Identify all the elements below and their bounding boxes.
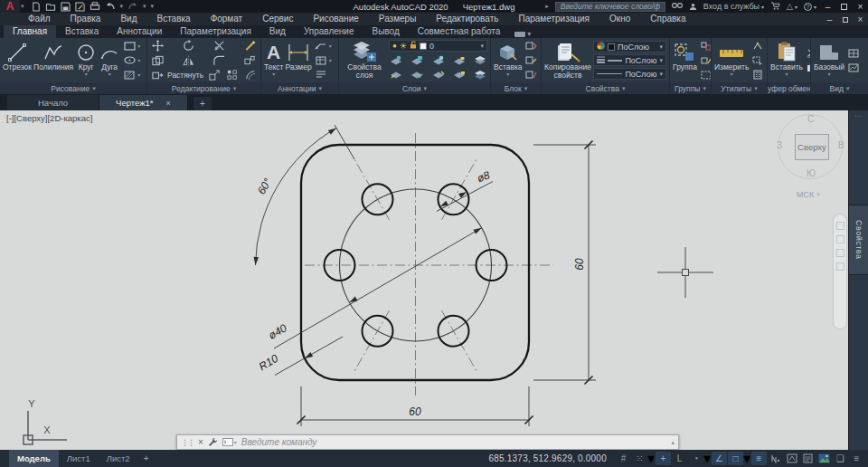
lineweight-toggle-icon[interactable]: ≡ [751,452,767,465]
polyline-button[interactable]: Полилиния [33,39,73,81]
quick-select-icon[interactable] [750,54,765,67]
viewcube-south[interactable]: Ю [807,168,816,178]
multiline-text-icon[interactable] [314,69,328,81]
named-views-icon[interactable] [846,62,861,74]
layout1-tab[interactable]: Лист1 [59,450,99,467]
osnap-tracking-toggle-icon[interactable]: ∠ [712,452,727,465]
ribbon-tab-manage[interactable]: Управление [295,25,363,38]
logo-caret-icon[interactable]: ▾ [21,3,24,10]
object-color-dropdown[interactable]: ПоСлою ▾ [593,41,666,52]
layer-select-dropdown[interactable]: ● ☀ 0 ▾ [389,40,487,52]
base-view-button[interactable]: Базовый ▾ [814,39,844,81]
layer-make-current-icon[interactable] [389,68,403,81]
group-selection-icon[interactable] [699,69,711,81]
tab-close-icon[interactable]: × [166,99,171,108]
table-icon[interactable] [314,54,328,67]
recent-commands-icon[interactable]: ▾ [222,438,237,446]
measure-button[interactable]: Измерить ▾ [714,39,749,81]
edit-block-icon[interactable] [524,54,539,67]
search-expand-icon[interactable]: ▸ [545,3,549,10]
panel-label-draw[interactable]: Рисование▾ [0,82,146,94]
customize-status-icon[interactable]: ≡ [849,452,864,465]
stretch-button[interactable]: Растянуть [150,69,203,81]
redo-icon[interactable] [127,2,138,11]
restore-button[interactable] [839,2,849,12]
group-edit-icon[interactable] [699,54,711,67]
trim-icon[interactable] [212,40,227,52]
create-block-icon[interactable] [524,40,539,52]
explode-icon[interactable] [243,54,258,67]
polar-caret-icon[interactable]: ▾ [703,450,711,467]
app-store-cart-icon[interactable] [770,2,780,12]
viewport-controls-label[interactable]: [-][Сверху][2D-каркас] [6,113,92,123]
orbit-icon[interactable] [836,249,844,257]
ribbon-display-options-icon[interactable]: ▾ [514,30,531,38]
layer-unlock-all-icon[interactable] [452,68,467,81]
ribbon-tab-annotate[interactable]: Аннотации [108,25,171,38]
command-bar-close-icon[interactable]: × [198,437,203,447]
array-icon[interactable] [225,69,240,81]
annotation-visibility-icon[interactable] [784,452,799,465]
signin-user-icon[interactable] [689,3,697,11]
line-button[interactable]: Отрезок [3,39,32,81]
model-tab[interactable]: Модель [9,450,59,467]
graphics-performance-icon[interactable] [816,452,832,465]
ribbon-tab-collaborate[interactable]: Совместная работа [409,25,510,38]
qat-menu-caret-icon[interactable]: ▾ [151,3,155,10]
dock-grip-icon[interactable]: ⋯ [849,112,868,120]
panel-label-block[interactable]: Блок▾ [491,82,541,94]
circle-button[interactable]: Круг ▾ [75,39,97,81]
clean-screen-icon[interactable]: ❑ [833,452,848,465]
close-button[interactable]: × [855,2,865,12]
menu-modify[interactable]: Редактировать [426,13,508,25]
panel-label-groups[interactable]: Группы▾ [670,82,711,94]
rotate-icon[interactable] [181,40,195,52]
wcs-dropdown[interactable]: МСК▾ [797,190,820,199]
new-drawing-tab-button[interactable]: + [193,97,212,110]
properties-palette-tab[interactable]: Свойства [849,205,868,275]
ungroup-icon[interactable] [699,40,711,52]
match-properties-button[interactable]: Копирование свойств [544,39,591,81]
command-bar-grip[interactable]: ⋮⋮ [181,438,193,447]
layer-lock-icon[interactable] [452,53,467,66]
quick-calc-icon[interactable] [750,69,765,81]
command-input[interactable]: Введите команду [241,437,317,447]
menu-tools[interactable]: Сервис [252,13,303,25]
panel-label-modify[interactable]: Редактирование▾ [147,82,260,94]
rectangle-icon[interactable] [122,40,137,52]
search-binoculars-icon[interactable] [672,2,683,11]
copy-clip-icon[interactable] [805,62,810,74]
ellipse-icon[interactable] [122,54,137,67]
viewcube-north[interactable]: С [807,114,814,124]
menu-view[interactable]: Вид [110,13,146,25]
panel-label-annotate[interactable]: Аннотации▾ [261,82,338,94]
layer-states-icon[interactable] [473,53,487,66]
menu-file[interactable]: Файл [18,13,61,25]
offset-icon[interactable] [243,69,258,81]
menu-dimension[interactable]: Размеры [369,13,427,25]
fillet-icon[interactable] [212,54,227,67]
menu-help[interactable]: Справка [640,13,695,25]
erase-icon[interactable] [243,40,258,52]
viewcube-top-face[interactable]: Сверху [795,134,829,160]
layer-isolate-icon[interactable] [410,53,424,66]
ortho-toggle-icon[interactable]: L [672,452,687,465]
linetype-dropdown[interactable]: ПоСлою ▾ [593,68,666,80]
menu-window[interactable]: Окно [599,13,640,25]
ribbon-tab-insert[interactable]: Вставка [56,25,108,38]
panel-label-properties[interactable]: Свойства▾ [542,82,669,94]
autodesk-apps-icon[interactable]: △▾ [787,2,797,11]
layer-off-icon[interactable] [389,53,403,66]
object-snap-toggle-icon[interactable]: □ [728,452,743,465]
save-as-icon[interactable] [75,2,85,12]
new-file-icon[interactable] [31,2,41,12]
menu-insert[interactable]: Вставка [146,13,200,25]
new-layout-button[interactable]: + [138,453,155,463]
layer-prev-icon[interactable] [431,68,446,81]
paste-button[interactable]: Вставить ▾ [770,39,803,81]
redo-caret-icon[interactable]: ▾ [143,3,146,10]
copy-icon[interactable] [150,54,165,67]
zoom-icon[interactable] [836,235,844,243]
plot-icon[interactable] [90,2,100,12]
tab-drawing1[interactable]: Чертеж1*× [99,95,188,110]
